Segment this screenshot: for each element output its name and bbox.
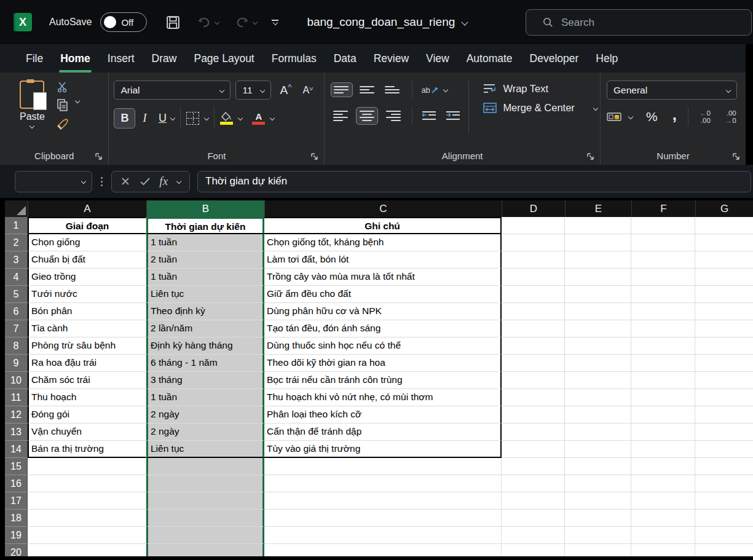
cell-B17[interactable] (146, 492, 264, 510)
cell-E19[interactable] (565, 527, 631, 544)
align-left-button[interactable] (331, 108, 352, 124)
cell-C14[interactable]: Tùy vào giá thị trường (264, 441, 502, 458)
row-header-16[interactable]: 16 (5, 475, 28, 492)
redo-dropdown-icon[interactable] (253, 20, 258, 25)
cell-D11[interactable] (502, 389, 565, 406)
name-box[interactable] (15, 171, 92, 192)
cell-G5[interactable] (695, 286, 753, 303)
cell-F1[interactable] (631, 217, 695, 234)
workbook-title[interactable]: bang_cong_doan_sau_rieng (307, 15, 467, 29)
cell-B12[interactable]: 2 ngày (146, 406, 264, 424)
cell-A19[interactable] (28, 527, 146, 544)
column-header-E[interactable]: E (566, 200, 632, 217)
italic-button[interactable]: I (135, 112, 154, 125)
cell-G11[interactable] (695, 389, 753, 406)
cell-E5[interactable] (565, 286, 631, 303)
cell-F6[interactable] (631, 303, 695, 320)
copy-dropdown-icon[interactable] (75, 98, 80, 103)
cell-F18[interactable] (631, 510, 695, 527)
cell-C18[interactable] (264, 510, 502, 527)
tab-formulas[interactable]: Formulas (263, 47, 325, 71)
cell-A5[interactable]: Tưới nước (28, 286, 146, 303)
cell-C13[interactable]: Cẩn thận để tránh dập (264, 424, 502, 441)
column-header-C[interactable]: C (265, 200, 502, 217)
excel-app-icon[interactable]: X (14, 13, 32, 31)
cell-F20[interactable] (631, 544, 695, 556)
formula-dropdown-icon[interactable] (176, 179, 181, 184)
formula-input[interactable]: Thời gian dự kiến (197, 171, 751, 192)
column-header-G[interactable]: G (696, 200, 753, 217)
cell-A1[interactable]: Giai đoạn (28, 217, 146, 234)
tab-insert[interactable]: Insert (99, 47, 143, 71)
cell-D15[interactable] (502, 458, 565, 475)
cell-A9[interactable]: Ra hoa đậu trái (28, 355, 146, 372)
fill-color-button[interactable] (220, 112, 233, 125)
decrease-font-button[interactable]: A^ (303, 85, 313, 96)
cell-E6[interactable] (565, 303, 631, 320)
cell-C17[interactable] (264, 492, 502, 510)
row-header-18[interactable]: 18 (5, 510, 28, 527)
quick-access-options-button[interactable] (272, 20, 278, 25)
column-header-A[interactable]: A (28, 200, 147, 217)
tab-file[interactable]: File (17, 47, 52, 71)
cell-G15[interactable] (695, 458, 753, 475)
cell-E12[interactable] (565, 406, 631, 424)
cell-D7[interactable] (502, 320, 565, 337)
font-color-dropdown-icon[interactable] (270, 116, 275, 120)
cell-E10[interactable] (565, 372, 631, 389)
cell-A17[interactable] (28, 492, 146, 510)
cell-C19[interactable] (264, 527, 502, 544)
middle-align-button[interactable] (357, 83, 378, 97)
cell-F4[interactable] (631, 269, 695, 286)
cell-C12[interactable]: Phân loại theo kích cỡ (264, 406, 502, 424)
cell-D12[interactable] (502, 406, 565, 424)
cell-G3[interactable] (695, 251, 753, 269)
cell-E20[interactable] (565, 544, 631, 556)
orientation-dropdown-icon[interactable] (443, 87, 448, 92)
font-color-button[interactable]: A (252, 112, 265, 125)
cell-A8[interactable]: Phòng trừ sâu bệnh (28, 337, 146, 355)
cell-E1[interactable] (565, 217, 631, 234)
column-header-F[interactable]: F (632, 200, 696, 217)
cell-D2[interactable] (502, 234, 565, 251)
cell-B11[interactable]: 1 tuần (146, 389, 264, 406)
save-button[interactable] (165, 15, 181, 30)
cell-E7[interactable] (565, 320, 631, 337)
cell-F19[interactable] (631, 527, 695, 544)
cell-E11[interactable] (565, 389, 631, 406)
cell-B9[interactable]: 6 tháng - 1 năm (146, 355, 264, 372)
clipboard-dialog-launcher[interactable] (95, 152, 103, 161)
cell-D18[interactable] (502, 510, 565, 527)
cell-E13[interactable] (565, 424, 631, 441)
paste-button[interactable]: Paste (20, 81, 45, 131)
cell-G13[interactable] (695, 424, 753, 441)
cell-C16[interactable] (264, 475, 502, 492)
cell-B13[interactable]: 2 ngày (146, 424, 264, 441)
bottom-align-button[interactable] (382, 83, 403, 97)
cell-E16[interactable] (565, 475, 631, 492)
cell-E2[interactable] (565, 234, 631, 251)
cell-D19[interactable] (502, 527, 565, 544)
cell-A12[interactable]: Đóng gói (28, 406, 146, 424)
row-header-12[interactable]: 12 (5, 406, 28, 424)
cell-E15[interactable] (565, 458, 631, 475)
cell-G17[interactable] (695, 492, 753, 510)
increase-decimal-button[interactable]: ←0 .00 (700, 109, 711, 124)
autosave-toggle[interactable]: Off (100, 12, 147, 32)
cell-G19[interactable] (695, 527, 753, 544)
cell-G18[interactable] (695, 510, 753, 527)
accounting-dropdown-icon[interactable] (628, 114, 633, 119)
cell-C5[interactable]: Giữ ẩm đều cho đất (264, 286, 502, 303)
alignment-dialog-launcher[interactable] (586, 152, 595, 161)
cell-D4[interactable] (502, 269, 565, 286)
cell-G14[interactable] (695, 441, 753, 458)
undo-dropdown-icon[interactable] (215, 20, 219, 25)
bold-button[interactable]: B (114, 108, 135, 128)
cell-G6[interactable] (695, 303, 753, 320)
cell-F13[interactable] (631, 424, 695, 441)
row-header-17[interactable]: 17 (5, 492, 28, 510)
borders-dropdown-icon[interactable] (204, 116, 209, 120)
cell-A2[interactable]: Chọn giống (28, 234, 146, 251)
tab-page-layout[interactable]: Page Layout (185, 47, 262, 71)
merge-center-button[interactable]: Merge & Center (483, 102, 597, 114)
